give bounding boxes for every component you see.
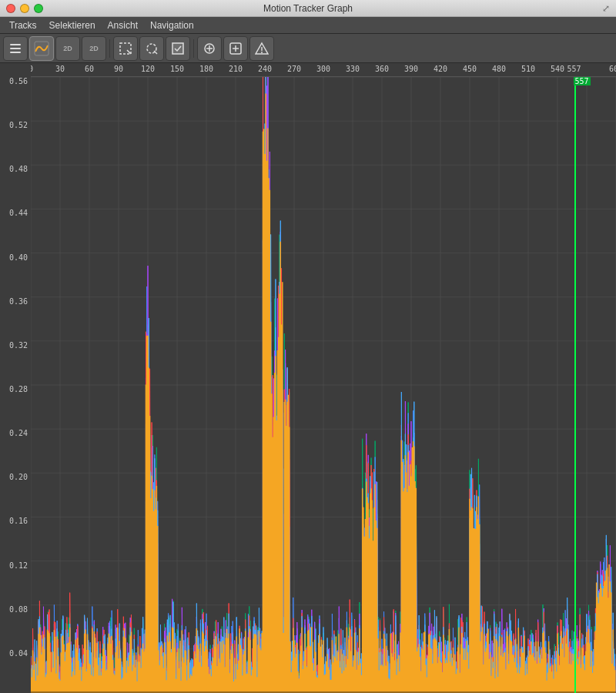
- x-label-480: 480: [492, 65, 506, 73]
- x-label-270: 270: [287, 65, 301, 73]
- position-label: 557: [574, 77, 591, 85]
- y-label-0.08: 0.08: [9, 604, 28, 613]
- x-label-120: 120: [141, 65, 155, 73]
- delete-button[interactable]: [249, 36, 274, 61]
- x-label-510: 510: [521, 65, 535, 73]
- y-label-0.40: 0.40: [9, 253, 28, 261]
- add-keyframe-button[interactable]: [197, 36, 222, 61]
- y-label-0.52: 0.52: [9, 121, 28, 129]
- select-rect-button[interactable]: [113, 36, 138, 61]
- menu-selektieren[interactable]: Selektieren: [43, 18, 102, 32]
- toolbar: 2D 2D: [0, 34, 616, 63]
- y-label-0.04: 0.04: [9, 648, 28, 657]
- canvas-wrapper[interactable]: 557: [31, 77, 616, 693]
- x-label-240: 240: [258, 65, 272, 73]
- maximize-button[interactable]: [34, 4, 43, 13]
- graph-canvas: [31, 77, 616, 693]
- add-point-button[interactable]: [223, 36, 248, 61]
- separator-1: [109, 39, 110, 58]
- x-label-210: 210: [229, 65, 243, 73]
- y-label-0.36: 0.36: [9, 296, 28, 305]
- menu-ansicht[interactable]: Ansicht: [102, 18, 144, 32]
- y-label-0.32: 0.32: [9, 340, 28, 349]
- svg-rect-0: [10, 44, 21, 45]
- x-label-557: 557: [567, 65, 581, 73]
- x-label-0: 0: [31, 65, 33, 73]
- x-label-540: 540: [551, 65, 564, 73]
- curve-view-button[interactable]: [29, 36, 54, 61]
- x-label-150: 150: [170, 65, 184, 73]
- graph-container: 0.560.520.480.440.400.360.320.280.240.20…: [0, 63, 616, 693]
- svg-rect-2: [10, 52, 21, 53]
- title-bar: Motion Tracker Graph ⤢: [0, 0, 616, 17]
- minimize-button[interactable]: [20, 4, 29, 13]
- x-label-300: 300: [316, 65, 330, 73]
- y-label-0.48: 0.48: [9, 165, 28, 173]
- x-label-420: 420: [434, 65, 447, 73]
- x-label-30: 30: [55, 65, 65, 73]
- x-label-90: 90: [114, 65, 123, 73]
- view-2d-alt-button[interactable]: 2D: [82, 36, 106, 61]
- window-title: Motion Tracker Graph: [263, 3, 353, 14]
- x-label-600: 600: [609, 65, 616, 73]
- x-axis-labels: 0306090120150180210240270300330360390420…: [31, 63, 616, 77]
- separator-2: [193, 39, 194, 58]
- x-label-450: 450: [463, 65, 477, 73]
- y-label-0.28: 0.28: [9, 385, 28, 393]
- x-label-360: 360: [375, 65, 389, 73]
- svg-rect-6: [172, 43, 183, 54]
- select-lasso-button[interactable]: [139, 36, 164, 61]
- y-label-0.12: 0.12: [9, 561, 28, 569]
- select-all-button[interactable]: [166, 36, 190, 61]
- resize-icon[interactable]: ⤢: [602, 3, 610, 14]
- y-label-0.20: 0.20: [9, 473, 28, 481]
- menu-bar: Tracks Selektieren Ansicht Navigation: [0, 17, 616, 34]
- x-label-180: 180: [199, 65, 213, 73]
- y-axis: 0.560.520.480.440.400.360.320.280.240.20…: [0, 63, 31, 693]
- menu-tracks[interactable]: Tracks: [3, 18, 43, 32]
- graph-area[interactable]: 0306090120150180210240270300330360390420…: [31, 63, 616, 693]
- close-button[interactable]: [6, 4, 15, 13]
- view-2d-button[interactable]: 2D: [55, 36, 80, 61]
- y-label-0.24: 0.24: [9, 429, 28, 437]
- window-buttons: [6, 4, 43, 13]
- x-label-330: 330: [346, 65, 360, 73]
- x-label-60: 60: [85, 65, 94, 73]
- y-label-0.56: 0.56: [9, 77, 28, 85]
- y-label-0.16: 0.16: [9, 517, 28, 525]
- y-label-0.44: 0.44: [9, 209, 28, 217]
- svg-rect-1: [10, 48, 21, 49]
- menu-navigation[interactable]: Navigation: [144, 18, 200, 32]
- tracks-list-button[interactable]: [3, 36, 28, 61]
- svg-point-15: [261, 52, 263, 53]
- x-label-390: 390: [404, 65, 418, 73]
